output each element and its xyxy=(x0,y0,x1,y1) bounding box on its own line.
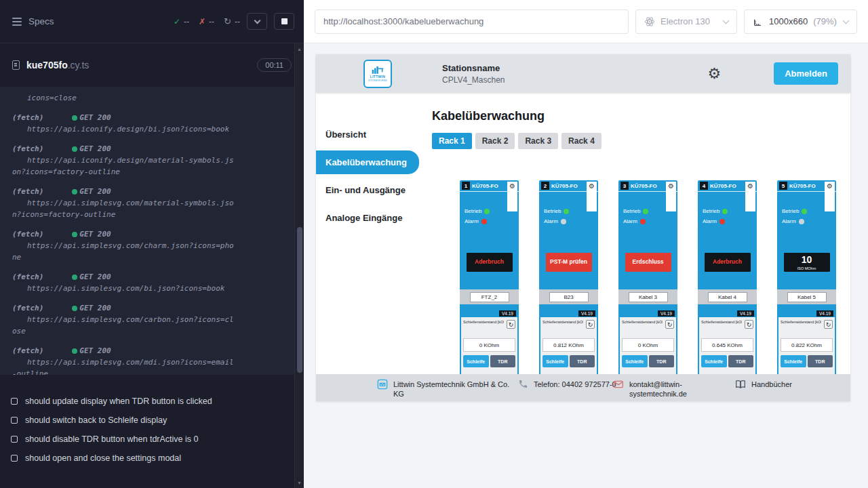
refresh-icon[interactable]: ↻ xyxy=(824,320,833,329)
betrieb-label: Betrieb xyxy=(623,208,640,214)
scroll-up-arrow[interactable]: ▲ xyxy=(295,43,304,54)
chevron-down-icon xyxy=(843,17,850,24)
status-display: PST-M prüfen xyxy=(546,253,592,272)
logo-crane-icon xyxy=(371,66,384,74)
test-item[interactable]: should disable TDR button when tdrActive… xyxy=(11,430,283,449)
nav-item-ein-und-ausgaenge[interactable]: Ein- und Ausgänge xyxy=(316,178,419,202)
logout-button[interactable]: Abmelden xyxy=(774,62,838,85)
schleife-button[interactable]: Schleife xyxy=(622,355,648,367)
schleife-button[interactable]: Schleife xyxy=(542,355,568,367)
tab-rack-4[interactable]: Rack 4 xyxy=(561,133,601,149)
device-settings-gear-icon[interactable]: ⚙ xyxy=(747,183,753,211)
test-box-icon xyxy=(11,455,18,462)
device-settings-gear-icon[interactable]: ⚙ xyxy=(668,183,674,211)
http-status: GET 200 xyxy=(79,186,111,197)
settings-gear-icon[interactable]: ⚙ xyxy=(707,66,721,81)
tab-rack-3[interactable]: Rack 3 xyxy=(518,133,558,149)
tdr-button[interactable]: TDR xyxy=(490,355,516,367)
refresh-icon[interactable]: ↻ xyxy=(665,320,674,329)
status-dot-icon xyxy=(72,274,77,280)
spec-row[interactable]: kue705fo.cy.ts 00:11 xyxy=(0,52,304,79)
scroll-down-arrow[interactable]: ▼ xyxy=(295,477,304,488)
fetch-log-entry[interactable]: (fetch) GET 200 https://api.simplesvg.co… xyxy=(12,302,282,337)
refresh-circle-icon: ↻ xyxy=(224,16,231,26)
device-settings-gear-icon[interactable]: ⚙ xyxy=(827,183,833,211)
aut-stage: http://localhost:3000/kabelueberwachung … xyxy=(304,0,868,488)
specs-menu-button[interactable]: Specs xyxy=(12,16,54,26)
fetch-log-entry[interactable]: (fetch) GET 200 https://api.iconify.desi… xyxy=(12,143,282,178)
tdr-button[interactable]: TDR xyxy=(728,355,754,367)
test-item[interactable]: should switch back to Schleife display xyxy=(11,411,283,430)
refresh-icon[interactable]: ↻ xyxy=(745,320,753,329)
schleife-button[interactable]: Schleife xyxy=(463,355,489,367)
refresh-icon[interactable]: ↻ xyxy=(586,320,595,329)
measurement-label: Schleifenwiderstand [kOhm] xyxy=(463,320,504,324)
measurement-panel: Schleifenwiderstand [kOhm] ↻ 0 KOhm Schl… xyxy=(461,317,517,374)
firmware-version: V4.19 xyxy=(816,310,833,317)
measurement-label: Schleifenwiderstand [kOhm] xyxy=(542,320,583,324)
fetch-log-entry[interactable]: (fetch) GET 200 https://api.iconify.desi… xyxy=(12,112,282,135)
logo-subtext: SYSTEMTECHNIK xyxy=(368,79,387,82)
schleife-button[interactable]: Schleife xyxy=(781,355,806,367)
alarm-led xyxy=(799,219,804,224)
fetch-log-entry[interactable]: (fetch) GET 200 https://api.simplesvg.co… xyxy=(12,186,282,220)
test-title: should update display when TDR button is… xyxy=(25,396,212,406)
nav-item-analoge-eingaenge[interactable]: Analoge Eingänge xyxy=(316,206,419,230)
device-model: KÜ705-FO xyxy=(631,183,657,189)
tdr-button[interactable]: TDR xyxy=(649,355,675,367)
viewport-select[interactable]: 1000x660 (79%) xyxy=(744,9,857,34)
electron-icon xyxy=(644,16,655,27)
failed-count: -- xyxy=(209,17,214,26)
test-box-icon xyxy=(11,398,18,405)
screenshot-root: Specs ✓ -- ✗ -- ↻ -- xyxy=(0,0,868,488)
status-text: Erdschluss xyxy=(633,259,664,266)
tdr-button[interactable]: TDR xyxy=(570,355,595,367)
alarm-led-row: Alarm xyxy=(777,218,836,224)
device-settings-gear-icon[interactable]: ⚙ xyxy=(589,183,595,211)
url-bar[interactable]: http://localhost:3000/kabelueberwachung xyxy=(315,9,629,34)
tab-rack-1[interactable]: Rack 1 xyxy=(432,133,472,149)
betrieb-led xyxy=(643,209,648,214)
http-status: GET 200 xyxy=(79,271,111,283)
alarm-led xyxy=(481,219,487,224)
alarm-led-row: Alarm xyxy=(618,218,677,224)
device-card: 4 KÜ705-FO ⚙ Betrieb xyxy=(698,180,757,374)
refresh-icon[interactable]: ↻ xyxy=(507,320,515,329)
app-window: LITTWIN SYSTEMTECHNIK Stationsname CPLV4… xyxy=(316,54,850,401)
betrieb-led xyxy=(722,209,728,214)
test-item[interactable]: should open and close the settings modal xyxy=(11,449,283,468)
company-name: Littwin Systemtechnik GmbH & Co. KG xyxy=(393,380,521,399)
nav-item-kabelueberwachung[interactable]: Kabelüberwachung xyxy=(316,150,419,174)
collapse-all-button[interactable] xyxy=(247,13,267,30)
device-settings-gear-icon[interactable]: ⚙ xyxy=(509,183,515,211)
stop-run-button[interactable] xyxy=(274,13,294,30)
measurement-header: Schleifenwiderstand [kOhm] ↻ xyxy=(781,320,833,329)
fetch-log-entry[interactable]: (fetch) GET 200 https://api.simplesvg.co… xyxy=(12,345,282,375)
tdr-button[interactable]: TDR xyxy=(808,355,833,367)
schleife-button[interactable]: Schleife xyxy=(701,355,727,367)
sidebar-nav: Übersicht Kabelüberwachung Ein- und Ausg… xyxy=(316,93,419,374)
card-corner-panel: ⚙ xyxy=(587,182,597,211)
spec-timer: 00:11 xyxy=(257,58,292,72)
fetch-log-entry[interactable]: (fetch) GET 200 https://api.simplesvg.co… xyxy=(12,228,282,263)
browser-name: Electron 130 xyxy=(660,16,710,26)
app-body: Übersicht Kabelüberwachung Ein- und Ausg… xyxy=(316,93,850,374)
fetch-log-entry[interactable]: (fetch) GET 200 https://api.simplesvg.co… xyxy=(12,271,282,294)
tab-rack-2[interactable]: Rack 2 xyxy=(475,133,515,149)
measurement-value: 0 KOhm xyxy=(622,338,674,352)
fetch-label: (fetch) xyxy=(12,302,43,314)
status-text: PST-M prüfen xyxy=(550,259,587,266)
browser-select[interactable]: Electron 130 xyxy=(635,9,737,34)
spec-file-name: kue705fo xyxy=(26,60,68,70)
spec-file-ext: .cy.ts xyxy=(68,60,90,70)
scrollbar-thumb[interactable] xyxy=(297,227,302,373)
viewport-size: 1000x660 xyxy=(769,16,808,26)
fetch-entry-head: (fetch) GET 200 xyxy=(12,345,282,357)
spec-name: kue705fo.cy.ts xyxy=(26,60,89,70)
footer-manuals-link[interactable]: Handbücher xyxy=(735,380,792,390)
nav-item-uebersicht[interactable]: Übersicht xyxy=(316,123,419,146)
fetch-label: (fetch) xyxy=(12,186,43,197)
test-item[interactable]: should update display when TDR button is… xyxy=(11,392,283,411)
request-url: https://api.simplesvg.com/material-symbo… xyxy=(12,197,236,220)
runner-scrollbar: ▲ ▼ xyxy=(294,43,304,488)
